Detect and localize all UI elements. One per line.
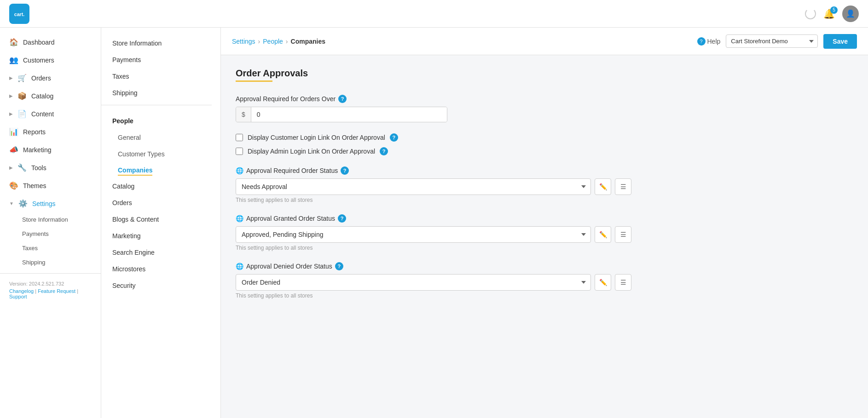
left-sidebar: 🏠 Dashboard 👥 Customers ▶ 🛒 Orders ▶ 📦 C… [0, 28, 101, 418]
mid-marketing[interactable]: Marketing [101, 228, 220, 244]
settings-icon: ⚙️ [18, 199, 28, 208]
approval-granted-status-label-text: Approval Granted Order Status [246, 215, 335, 222]
sidebar-item-settings[interactable]: ▼ ⚙️ Settings [0, 195, 101, 212]
dashboard-icon: 🏠 [9, 38, 18, 46]
changelog-link[interactable]: Changelog [9, 288, 34, 294]
globe-icon-2: 🌐 [236, 215, 243, 222]
content-icon: 📄 [17, 109, 27, 118]
content-body: Order Approvals Approval Required for Or… [221, 55, 868, 323]
mid-people-header[interactable]: People [101, 113, 220, 129]
themes-icon: 🎨 [9, 181, 18, 190]
feature-request-link[interactable]: Feature Request [38, 288, 75, 294]
sidebar-item-themes[interactable]: 🎨 Themes [0, 177, 101, 195]
mid-shipping[interactable]: Shipping [101, 85, 220, 101]
store-select[interactable]: Cart Storefront Demo [726, 34, 818, 48]
approval-granted-list-btn[interactable]: ☰ [615, 226, 631, 243]
approval-granted-status-select[interactable]: Approved, Pending Shipping [236, 226, 591, 243]
approval-denied-status-help-icon[interactable]: ? [335, 262, 343, 270]
approval-granted-applies-text: This setting applies to all stores [236, 245, 853, 251]
logo: cart. [9, 4, 29, 24]
avatar[interactable]: 👤 [842, 6, 859, 22]
approval-granted-status-group: 🌐 Approval Granted Order Status ? Approv… [236, 214, 853, 251]
sidebar-child-taxes[interactable]: Taxes [0, 241, 101, 255]
breadcrumb-settings[interactable]: Settings [232, 38, 255, 45]
sidebar-item-orders[interactable]: ▶ 🛒 Orders [0, 69, 101, 87]
approval-denied-status-group: 🌐 Approval Denied Order Status ? Order D… [236, 262, 853, 299]
content-expand-icon: ▶ [9, 111, 13, 116]
header-actions: ? Help Cart Storefront Demo Save [697, 34, 857, 49]
mid-microstores[interactable]: Microstores [101, 261, 220, 277]
sidebar-item-dashboard[interactable]: 🏠 Dashboard [0, 33, 101, 51]
customer-login-label[interactable]: Display Customer Login Link On Order App… [248, 134, 385, 141]
approval-amount-input[interactable] [251, 107, 447, 122]
approval-denied-status-container: Order Denied ✏️ ☰ [236, 274, 631, 291]
mid-store-information[interactable]: Store Information [101, 35, 220, 52]
sidebar-item-content[interactable]: ▶ 📄 Content [0, 105, 101, 123]
approval-amount-help-icon[interactable]: ? [338, 95, 347, 103]
tools-expand-icon: ▶ [9, 165, 13, 170]
save-button[interactable]: Save [823, 34, 857, 49]
admin-login-checkbox[interactable] [236, 148, 243, 155]
mid-search-engine[interactable]: Search Engine [101, 244, 220, 261]
version-text: Version: 2024.2.521.732 [9, 281, 92, 286]
breadcrumb-people[interactable]: People [263, 38, 283, 45]
sidebar-item-catalog[interactable]: ▶ 📦 Catalog [0, 87, 101, 105]
customer-login-help-icon[interactable]: ? [390, 133, 398, 142]
currency-prefix: $ [236, 107, 251, 122]
help-button[interactable]: ? Help [697, 37, 721, 46]
mid-companies[interactable]: Companies [118, 166, 152, 176]
approval-denied-list-btn[interactable]: ☰ [615, 274, 631, 291]
orders-icon: 🛒 [17, 74, 27, 82]
sidebar-child-shipping[interactable]: Shipping [0, 255, 101, 269]
breadcrumb-companies: Companies [291, 38, 325, 45]
breadcrumb: Settings › People › Companies [232, 38, 325, 45]
help-label: Help [707, 38, 721, 45]
approval-required-status-group: 🌐 Approval Required Order Status ? Needs… [236, 166, 853, 203]
sidebar-item-dashboard-label: Dashboard [23, 39, 55, 46]
approval-required-edit-btn[interactable]: ✏️ [595, 178, 611, 195]
approval-denied-status-select[interactable]: Order Denied [236, 274, 591, 291]
sidebar-item-settings-label: Settings [32, 200, 56, 207]
admin-login-help-icon[interactable]: ? [380, 147, 388, 155]
approval-required-status-container: Needs Approval ✏️ ☰ [236, 178, 631, 195]
approval-denied-edit-btn[interactable]: ✏️ [595, 274, 611, 291]
support-link[interactable]: Support [9, 294, 27, 299]
approval-granted-status-help-icon[interactable]: ? [338, 214, 346, 223]
mid-orders[interactable]: Orders [101, 195, 220, 211]
sidebar-item-customers[interactable]: 👥 Customers [0, 51, 101, 69]
mid-general[interactable]: General [101, 129, 220, 146]
mid-customer-types[interactable]: Customer Types [101, 146, 220, 162]
admin-login-label[interactable]: Display Admin Login Link On Order Approv… [248, 148, 375, 155]
top-header: cart. 🔔 5 👤 [0, 0, 868, 28]
mid-payments[interactable]: Payments [101, 52, 220, 68]
approval-required-status-select[interactable]: Needs Approval [236, 178, 591, 195]
notification-button[interactable]: 🔔 5 [823, 8, 835, 19]
sidebar-item-tools[interactable]: ▶ 🔧 Tools [0, 159, 101, 177]
sidebar-item-tools-label: Tools [31, 164, 46, 172]
sidebar-item-catalog-label: Catalog [31, 92, 53, 100]
customer-login-checkbox[interactable] [236, 134, 243, 141]
approval-required-status-help-icon[interactable]: ? [341, 166, 349, 175]
sidebar-item-marketing[interactable]: 📣 Marketing [0, 141, 101, 159]
help-circle-icon: ? [697, 37, 706, 46]
content-header: Settings › People › Companies ? Help Car… [221, 28, 868, 55]
approval-granted-status-container: Approved, Pending Shipping ✏️ ☰ [236, 226, 631, 243]
approval-granted-edit-btn[interactable]: ✏️ [595, 226, 611, 243]
sidebar-item-reports-label: Reports [23, 128, 46, 136]
approval-required-list-btn[interactable]: ☰ [615, 178, 631, 195]
sidebar-child-payments[interactable]: Payments [0, 227, 101, 241]
sidebar-item-reports[interactable]: 📊 Reports [0, 123, 101, 141]
mid-companies-wrapper: Companies [101, 162, 220, 178]
approval-denied-status-label-text: Approval Denied Order Status [246, 263, 332, 270]
admin-login-checkbox-row: Display Admin Login Link On Order Approv… [236, 147, 853, 155]
mid-blogs-content[interactable]: Blogs & Content [101, 211, 220, 228]
catalog-expand-icon: ▶ [9, 93, 13, 98]
sidebar-child-store-information[interactable]: Store Information [0, 212, 101, 227]
catalog-icon: 📦 [17, 92, 27, 100]
main-content: Settings › People › Companies ? Help Car… [221, 28, 868, 418]
mid-separator [101, 105, 212, 105]
mid-catalog[interactable]: Catalog [101, 178, 220, 195]
mid-taxes[interactable]: Taxes [101, 68, 220, 85]
notification-badge: 5 [830, 6, 838, 14]
mid-security[interactable]: Security [101, 277, 220, 294]
